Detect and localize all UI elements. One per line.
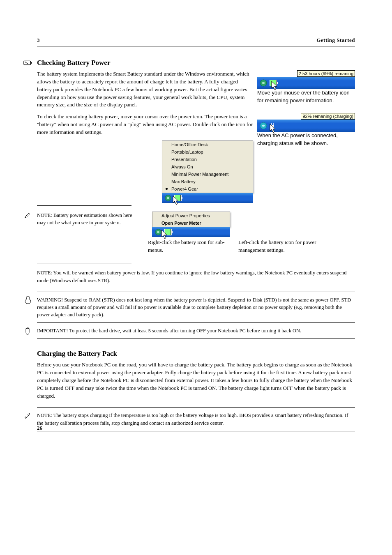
- svg-point-10: [157, 231, 159, 233]
- caption-rightclick: Right-click the battery icon for sub-men…: [148, 239, 226, 254]
- page-number: 26: [37, 425, 42, 431]
- tooltip-text-charging: 92% remaning (charging): [301, 113, 355, 120]
- menu-item[interactable]: Max Battery: [162, 178, 253, 185]
- tray-tooltip-charging: 92% remaning (charging) When the AC powe…: [257, 113, 355, 152]
- menu-item[interactable]: Presentation: [162, 156, 253, 163]
- battery-context-menu[interactable]: Adjust Power Properties Open Power Meter: [152, 212, 230, 227]
- note-low-battery: NOTE: You will be warned when battery po…: [37, 269, 355, 284]
- svg-line-2: [25, 62, 28, 64]
- pencil-note-icon: [23, 412, 33, 421]
- svg-point-8: [167, 197, 169, 199]
- battery-context-menu-block: Adjust Power Properties Open Power Meter: [152, 212, 230, 237]
- tray-tooltip-remaining: 2:53 hours (99%) remaning Move your mous…: [257, 70, 355, 109]
- menu-item-selected[interactable]: Power4 Gear: [162, 185, 253, 193]
- caption-remaining: Move your mouse over the battery icon fo…: [257, 89, 355, 105]
- power-scheme-menu-block: Home/Office Desk Portable/Laptop Present…: [162, 140, 253, 203]
- charge-body: Before you use your Notebook PC on the r…: [37, 361, 355, 400]
- important-text: IMPORTANT! To protect the hard drive, wa…: [37, 327, 355, 334]
- menu-item-adjust-power[interactable]: Adjust Power Properties: [152, 212, 230, 219]
- power4gear-tray-icon[interactable]: [154, 228, 162, 236]
- note-estimations: NOTE: Battery power estimations shown he…: [37, 212, 136, 226]
- warning-text: WARNING! Suspend-to-RAM (STR) does not l…: [37, 296, 355, 318]
- taskbar[interactable]: [257, 77, 355, 89]
- section-title-check: Checking Battery Power: [37, 59, 355, 67]
- battery-icon: [23, 60, 33, 68]
- stop-hand-icon: [23, 327, 33, 338]
- caption-leftclick: Left-click the battery icon for power ma…: [238, 239, 330, 254]
- taskbar[interactable]: [152, 227, 230, 237]
- warning-hot-icon: [23, 296, 33, 306]
- pencil-note-icon: [23, 211, 33, 220]
- power4gear-tray-icon[interactable]: [164, 194, 172, 202]
- menu-item[interactable]: Minimal Power Management: [162, 170, 253, 178]
- header-section-number: 3: [37, 37, 40, 44]
- menu-item[interactable]: Always On: [162, 163, 253, 170]
- note-temperature: NOTE: The battery stops charging if the …: [37, 412, 355, 426]
- power4gear-tray-icon[interactable]: [260, 79, 267, 87]
- taskbar[interactable]: [162, 193, 253, 203]
- svg-rect-0: [24, 61, 30, 64]
- power-scheme-menu[interactable]: Home/Office Desk Portable/Laptop Present…: [162, 140, 253, 193]
- battery-tray-icon[interactable]: [164, 228, 172, 236]
- battery-tray-icon[interactable]: [174, 194, 182, 202]
- plug-tray-icon[interactable]: [270, 122, 277, 129]
- svg-point-4: [262, 82, 265, 84]
- menu-item[interactable]: Portable/Laptop: [162, 148, 253, 156]
- power4gear-tray-icon[interactable]: [260, 122, 267, 129]
- header-section-title: Getting Started: [316, 37, 355, 44]
- battery-tray-icon[interactable]: [270, 79, 277, 87]
- section-title-charge: Charging the Battery Pack: [37, 350, 355, 358]
- svg-rect-6: [271, 125, 274, 127]
- caption-charging: When the AC power is connected, charging…: [257, 132, 355, 147]
- taskbar[interactable]: [257, 120, 355, 132]
- menu-item[interactable]: Home/Office Desk: [162, 141, 253, 148]
- tooltip-text: 2:53 hours (99%) remaning: [297, 70, 355, 77]
- menu-item-open-power-meter[interactable]: Open Power Meter: [152, 219, 230, 227]
- svg-rect-1: [30, 62, 32, 64]
